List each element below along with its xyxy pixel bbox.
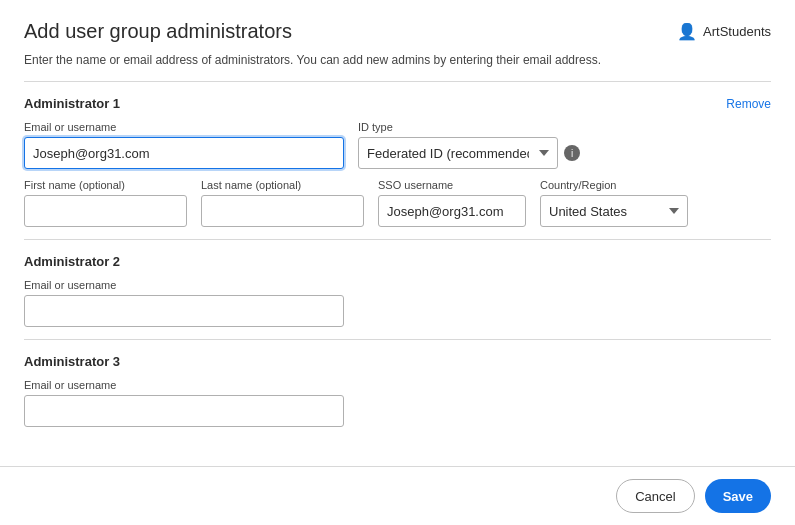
id-type-label: ID type [358, 121, 580, 133]
sso-input[interactable] [378, 195, 526, 227]
email-input-3[interactable] [24, 395, 344, 427]
cancel-button[interactable]: Cancel [616, 479, 694, 513]
country-select[interactable]: United States Canada United Kingdom [540, 195, 688, 227]
user-icon: 👤 [677, 22, 697, 41]
remove-admin-1-button[interactable]: Remove [726, 97, 771, 111]
last-name-input[interactable] [201, 195, 364, 227]
email-group-2: Email or username [24, 279, 344, 327]
user-badge: 👤 ArtStudents [677, 22, 771, 41]
email-label-2: Email or username [24, 279, 344, 291]
email-group-3: Email or username [24, 379, 344, 427]
id-type-group: ID type Federated ID (recommended) Enter… [358, 121, 580, 169]
first-name-group: First name (optional) [24, 179, 187, 227]
email-input-2[interactable] [24, 295, 344, 327]
page-title: Add user group administrators [24, 20, 292, 43]
last-name-label: Last name (optional) [201, 179, 364, 191]
first-name-input[interactable] [24, 195, 187, 227]
user-label: ArtStudents [703, 24, 771, 39]
first-name-label: First name (optional) [24, 179, 187, 191]
content-area: Administrator 1 Remove Email or username… [0, 82, 795, 466]
country-label: Country/Region [540, 179, 688, 191]
footer: Cancel Save [0, 466, 795, 525]
email-group-1: Email or username [24, 121, 344, 169]
email-label-3: Email or username [24, 379, 344, 391]
email-label-1: Email or username [24, 121, 344, 133]
last-name-group: Last name (optional) [201, 179, 364, 227]
admin-3-title: Administrator 3 [24, 354, 120, 369]
country-group: Country/Region United States Canada Unit… [540, 179, 688, 227]
id-type-select[interactable]: Federated ID (recommended) Enterprise ID… [358, 137, 558, 169]
sso-label: SSO username [378, 179, 526, 191]
sso-group: SSO username [378, 179, 526, 227]
info-icon[interactable]: i [564, 145, 580, 161]
admin-1-title: Administrator 1 [24, 96, 120, 111]
save-button[interactable]: Save [705, 479, 771, 513]
admin-2-title: Administrator 2 [24, 254, 120, 269]
admin-2-section: Administrator 2 Email or username [24, 240, 771, 327]
admin-1-section: Administrator 1 Remove Email or username… [24, 82, 771, 227]
page-subtitle: Enter the name or email address of admin… [0, 53, 795, 81]
email-input-1[interactable] [24, 137, 344, 169]
admin-3-section: Administrator 3 Email or username [24, 340, 771, 427]
